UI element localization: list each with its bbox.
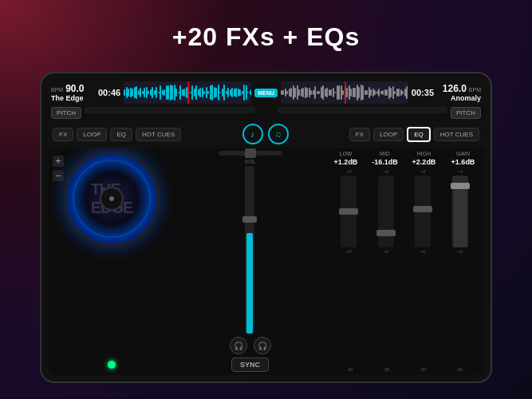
turntable[interactable]: THEEDGE <box>64 151 160 247</box>
sync-button[interactable]: SYNC <box>231 358 269 372</box>
left-deck: + − THEEDGE <box>48 148 175 375</box>
eq-mid-mark-high: +8 <box>383 169 388 174</box>
eq-low-fader-col: +8 +0 <box>341 169 357 364</box>
eq-high-thumb[interactable] <box>413 206 432 212</box>
tempo-adjust: + − <box>53 156 64 181</box>
right-bpm-label: BPM <box>469 87 481 93</box>
eq-low-value: +1.2dB <box>334 158 358 166</box>
eq-gain-value: +1.6dB <box>451 158 475 166</box>
right-pitch-slider[interactable] <box>278 107 448 113</box>
eq-mid-thumb[interactable] <box>376 230 396 236</box>
left-time: 00:46 <box>98 88 120 97</box>
eq-low-mark-high: +8 <box>346 169 352 174</box>
eq-low-mark-zero: +0 <box>346 249 352 254</box>
eq-gain-col: GAIN +1.6dB <box>445 151 481 166</box>
eq-gain-fill <box>454 190 467 247</box>
left-waveform <box>124 81 251 104</box>
eq-low-fader[interactable] <box>341 176 357 247</box>
eq-mark-low-1: -30 <box>346 367 353 372</box>
eq-high-fader-col: +8 +0 <box>415 169 431 364</box>
eq-low-col: LOW +1.2dB <box>328 151 364 166</box>
left-fx-button[interactable]: FX <box>53 128 73 141</box>
center-buttons: ♪ ♫ <box>184 124 346 144</box>
right-loop-button[interactable]: LOOP <box>373 128 404 141</box>
eq-mark-low-4: -30 <box>456 367 463 372</box>
eq-gain-thumb[interactable] <box>451 183 470 189</box>
right-time: 00:35 <box>412 88 434 97</box>
headphone-right-button[interactable]: 🎧 <box>254 337 271 354</box>
eq-mid-value: -16.1dB <box>372 158 398 166</box>
left-pitch-button[interactable]: PITCH <box>51 107 81 119</box>
left-pitch-slider[interactable] <box>85 107 255 113</box>
turntable-dot <box>109 196 114 201</box>
deck1-select-button[interactable]: ♪ <box>242 124 263 144</box>
right-playhead <box>345 81 346 104</box>
eq-values-row: LOW +1.2dB MID -16.1dB HIGH +2.2dB GAIN … <box>328 151 481 166</box>
eq-mid-fader[interactable] <box>378 176 394 247</box>
eq-mark-low-2: -30 <box>383 367 390 372</box>
deck-indicator <box>108 361 116 369</box>
eq-gain-label: GAIN <box>456 151 470 156</box>
crossfader-thumb[interactable] <box>245 148 256 158</box>
left-loop-button[interactable]: LOOP <box>77 128 107 141</box>
eq-mark-low-3: -30 <box>420 367 427 372</box>
tempo-plus-button[interactable]: + <box>53 156 64 167</box>
eq-bottom-marks: -30 -30 -30 -30 <box>328 367 481 372</box>
right-waveform <box>281 81 408 104</box>
device-frame: BPM 90.0 The Edge 00:46 MENU 00:35 <box>40 72 492 383</box>
dj-interface: BPM 90.0 The Edge 00:46 MENU 00:35 <box>48 80 484 375</box>
eq-gain-mark-zero: +0 <box>457 249 463 254</box>
right-track-header: 126.0 BPM Anomaly <box>437 83 481 102</box>
eq-high-fader[interactable] <box>415 176 431 247</box>
crossfader[interactable] <box>219 151 282 156</box>
right-fx-button[interactable]: FX <box>349 128 370 141</box>
eq-high-mark-zero: +0 <box>420 249 426 254</box>
main-area: + − THEEDGE <box>48 148 484 375</box>
volume-fader[interactable] <box>245 166 254 334</box>
eq-mid-label: MID <box>380 151 390 156</box>
controls-row: FX LOOP EQ HOT CUES ♪ ♫ FX LOOP EQ HOT C… <box>48 120 484 148</box>
eq-mid-mark-zero: +0 <box>383 249 388 254</box>
eq-low-label: LOW <box>340 151 353 156</box>
eq-high-value: +2.2dB <box>412 158 436 166</box>
pitch-spacer <box>258 107 274 119</box>
deck2-select-button[interactable]: ♫ <box>268 124 289 144</box>
eq-gain-fader-col: +4 +0 <box>452 169 468 364</box>
crossfader-area <box>179 151 321 156</box>
eq-low-thumb[interactable] <box>339 208 358 215</box>
right-track-name: Anomaly <box>451 94 481 102</box>
left-hotcues-button[interactable]: HOT CUES <box>136 128 181 141</box>
left-track-name: The Edge <box>51 94 95 102</box>
right-pitch-button[interactable]: PITCH <box>451 107 481 119</box>
right-eq-button[interactable]: EQ <box>407 127 431 142</box>
left-bpm-label: BPM <box>51 87 63 93</box>
turntable-center <box>100 187 124 211</box>
menu-button[interactable]: MENU <box>254 89 278 97</box>
eq-mid-fader-col: +8 +0 <box>378 169 394 364</box>
eq-high-mark-high: +8 <box>420 169 426 174</box>
right-deck: LOW +1.2dB MID -16.1dB HIGH +2.2dB GAIN … <box>325 148 484 375</box>
pitch-row: PITCH PITCH <box>48 105 484 120</box>
left-track-header: BPM 90.0 The Edge <box>51 83 95 102</box>
eq-high-col: HIGH +2.2dB <box>406 151 442 166</box>
center-mixer: VOL 🎧 🎧 SYNC <box>175 148 325 375</box>
right-hotcues-button[interactable]: HOT CUES <box>434 128 479 141</box>
vol-label: VOL <box>244 159 255 164</box>
right-bpm-value: 126.0 <box>443 83 467 94</box>
headphone-left-button[interactable]: 🎧 <box>230 337 247 354</box>
page-title: +20 FXs + EQs <box>0 22 532 52</box>
eq-faders-row: +8 +0 +8 +0 <box>328 169 481 364</box>
waveform-row: BPM 90.0 The Edge 00:46 MENU 00:35 <box>48 80 484 105</box>
eq-high-label: HIGH <box>417 151 432 156</box>
eq-gain-mark-high: +4 <box>457 169 463 174</box>
left-playhead <box>187 81 189 104</box>
volume-fill <box>246 233 253 334</box>
eq-mid-col: MID -16.1dB <box>367 151 403 166</box>
left-bpm-value: 90.0 <box>65 83 84 94</box>
tempo-minus-button[interactable]: − <box>53 170 64 181</box>
eq-gain-fader[interactable] <box>452 176 468 247</box>
volume-thumb[interactable] <box>242 216 257 223</box>
headphone-buttons: 🎧 🎧 <box>230 337 271 354</box>
left-eq-button[interactable]: EQ <box>110 128 132 141</box>
